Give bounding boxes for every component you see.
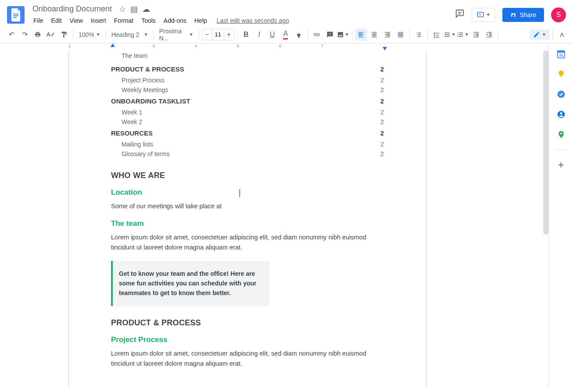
menu-insert[interactable]: Insert (87, 15, 110, 26)
bold-button[interactable]: B (240, 29, 252, 41)
scrollbar-thumb[interactable] (543, 50, 548, 235)
svg-point-13 (560, 132, 562, 134)
present-button[interactable]: ▼ (472, 8, 495, 22)
ruler-horizontal[interactable]: 1 2 3 4 5 6 7 (0, 43, 548, 50)
svg-rect-2 (13, 17, 17, 18)
add-addon-icon[interactable]: + (556, 160, 566, 170)
star-icon[interactable]: ☆ (119, 4, 126, 14)
caret-down-icon: ▼ (486, 12, 491, 17)
redo-button[interactable]: ↷ (18, 29, 31, 41)
callout-text[interactable]: Get to know your team and the office! He… (119, 269, 263, 298)
svg-rect-6 (511, 13, 515, 14)
callout-box[interactable]: Get to know your team and the office! He… (111, 261, 269, 306)
ruler-label: 6 (279, 44, 281, 48)
toc-item[interactable]: Weekly Meetings2 (111, 85, 384, 95)
maps-icon[interactable] (556, 129, 566, 140)
ruler-right-indent[interactable] (383, 47, 387, 50)
doc-title[interactable]: Onboarding Document (30, 4, 115, 14)
ruler-label: 1 (68, 44, 71, 48)
contacts-icon[interactable] (556, 109, 566, 120)
toc-item[interactable]: Project Process2 (111, 75, 384, 85)
share-button[interactable]: Share (502, 8, 544, 22)
last-edit-link[interactable]: Last edit was seconds ago (217, 17, 289, 24)
menu-format[interactable]: Format (111, 15, 137, 26)
keep-icon[interactable] (556, 69, 566, 79)
side-panel: 31 + (548, 43, 573, 388)
document-area[interactable]: 1 2 3 4 5 6 7 The team PRODUCT & PROCESS… (0, 43, 548, 388)
toc-section[interactable]: ONBOARDING TASKLIST2 (111, 95, 384, 107)
italic-button[interactable]: I (253, 29, 265, 41)
menu-edit[interactable]: Edit (48, 15, 65, 26)
insert-image-button[interactable]: ▼ (337, 29, 349, 41)
toc-item[interactable]: Mailing lists2 (111, 139, 384, 149)
text-color-button[interactable]: A (279, 29, 292, 41)
increase-indent-button[interactable] (483, 29, 495, 41)
svg-rect-1 (13, 15, 18, 16)
heading-project-process[interactable]: Project Process (111, 335, 384, 344)
font-size-increase[interactable]: + (224, 29, 234, 40)
bulleted-list-button[interactable]: ▼ (444, 29, 456, 41)
move-icon[interactable]: ▤ (130, 4, 138, 14)
svg-rect-8 (557, 51, 565, 53)
insert-comment-button[interactable] (324, 29, 336, 41)
calendar-icon[interactable]: 31 (556, 49, 566, 59)
toc-item[interactable]: The team (122, 52, 384, 59)
ruler-label: 5 (237, 44, 239, 48)
numbered-list-button[interactable]: ▼ (457, 29, 469, 41)
font-size-decrease[interactable]: − (202, 29, 212, 40)
undo-button[interactable]: ↶ (5, 29, 18, 41)
toc-section[interactable]: RESOURCES2 (111, 127, 384, 139)
share-label: Share (520, 11, 536, 18)
tasks-icon[interactable] (556, 89, 566, 100)
toc-item[interactable]: Glossary of terms2 (111, 149, 384, 159)
align-center-button[interactable] (368, 29, 380, 41)
align-justify-button[interactable] (394, 29, 407, 41)
align-left-button[interactable] (355, 29, 367, 41)
font-size-input[interactable] (212, 29, 224, 40)
cloud-status-icon[interactable]: ☁ (142, 4, 150, 14)
ruler-label: 3 (153, 44, 155, 48)
svg-point-12 (560, 112, 562, 114)
toc-section[interactable]: PRODUCT & PROCESS2 (111, 63, 384, 75)
paint-format-button[interactable] (58, 29, 70, 41)
heading-location[interactable]: Location (111, 188, 384, 197)
svg-rect-0 (13, 14, 18, 14)
ruler-label: 2 (111, 44, 113, 48)
align-right-button[interactable] (381, 29, 394, 41)
underline-button[interactable]: U (266, 29, 279, 41)
line-spacing-button[interactable] (412, 29, 425, 41)
text-cursor (240, 189, 240, 197)
toc-item[interactable]: Week 22 (111, 117, 384, 127)
paragraph[interactable]: Lorem ipsum dolor sit amet, consectetuer… (111, 232, 384, 253)
heading-who-we-are[interactable]: WHO WE ARE (111, 171, 384, 180)
decrease-indent-button[interactable] (470, 29, 482, 41)
menu-tools[interactable]: Tools (138, 15, 159, 26)
collapse-toolbar-button[interactable]: ᴧ (555, 29, 568, 41)
avatar[interactable]: S (551, 7, 566, 22)
menu-view[interactable]: View (66, 15, 86, 26)
toc-item[interactable]: Week 12 (111, 107, 384, 117)
paragraph[interactable]: Lorem ipsum dolor sit amet, consectetuer… (111, 349, 384, 369)
menu-addons[interactable]: Add-ons (160, 15, 190, 26)
toolbar: ↶ ↷ A✓ 100% ▼ Heading 2▼ Proxima N...▼ −… (0, 26, 573, 43)
comment-history-icon[interactable] (455, 9, 465, 21)
ruler-label: 4 (195, 44, 197, 48)
menu-help[interactable]: Help (191, 15, 211, 26)
spellcheck-button[interactable]: A✓ (45, 29, 57, 41)
heading-product-process[interactable]: PRODUCT & PROCESS (111, 318, 384, 328)
font-size-group: − + (202, 29, 234, 40)
print-button[interactable] (32, 29, 44, 41)
editing-mode-button[interactable]: ▼ (530, 29, 550, 40)
docs-logo[interactable] (7, 6, 25, 24)
menu-file[interactable]: File (30, 15, 47, 26)
insert-link-button[interactable] (311, 29, 323, 41)
zoom-select[interactable]: 100% ▼ (76, 31, 103, 38)
heading-team[interactable]: The team (111, 219, 384, 228)
document-page[interactable]: The team PRODUCT & PROCESS2 Project Proc… (68, 50, 426, 388)
paragraph[interactable]: Some of our meetings will take place at (111, 201, 384, 211)
highlight-button[interactable] (293, 29, 305, 41)
checklist-button[interactable] (430, 29, 443, 41)
svg-text:31: 31 (559, 53, 563, 57)
font-select[interactable]: Proxima N...▼ (157, 28, 196, 42)
paragraph-style-select[interactable]: Heading 2▼ (109, 31, 151, 38)
